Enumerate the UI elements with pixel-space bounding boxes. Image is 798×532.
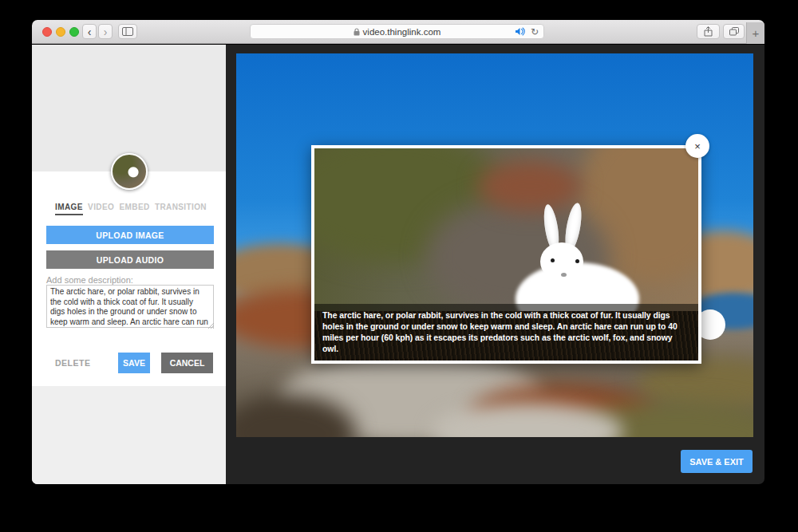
editor-sidebar: IMAGE VIDEO EMBED TRANSITION UPLOAD IMAG…: [32, 45, 226, 484]
browser-window: ‹ › video.thinglink.com ↻: [32, 20, 764, 484]
sidebar-footer-band: [32, 386, 226, 484]
tab-embed[interactable]: EMBED: [119, 203, 149, 215]
back-button[interactable]: ‹: [82, 24, 97, 39]
video-frame: The arctic hare, or polar rabbit, surviv…: [236, 53, 753, 437]
page-content: IMAGE VIDEO EMBED TRANSITION UPLOAD IMAG…: [32, 45, 764, 484]
annotation-photo: The arctic hare, or polar rabbit, surviv…: [314, 148, 698, 361]
editor-stage-panel: The arctic hare, or polar rabbit, surviv…: [226, 45, 764, 484]
window-minimize-button[interactable]: [56, 27, 65, 37]
close-annotation-button[interactable]: ×: [685, 134, 709, 158]
annotation-caption: The arctic hare, or polar rabbit, surviv…: [314, 304, 698, 361]
address-bar[interactable]: video.thinglink.com ↻: [250, 24, 544, 39]
save-and-exit-button[interactable]: SAVE & EXIT: [681, 450, 753, 473]
sidebar-toggle-icon: [122, 27, 133, 36]
share-icon: [704, 26, 713, 37]
annotation-popup: The arctic hare, or polar rabbit, surviv…: [311, 145, 701, 364]
reload-icon[interactable]: ↻: [531, 26, 539, 37]
description-textarea[interactable]: The arctic hare, or polar rabbit, surviv…: [46, 285, 214, 328]
save-button[interactable]: SAVE: [118, 353, 150, 373]
tabs-icon: [729, 27, 739, 36]
browser-toolbar: ‹ › video.thinglink.com ↻: [32, 20, 764, 44]
tab-overview-button[interactable]: [723, 24, 745, 39]
forward-button[interactable]: ›: [98, 24, 113, 39]
media-type-tabs: IMAGE VIDEO EMBED TRANSITION: [55, 203, 207, 215]
upload-audio-button[interactable]: UPLOAD AUDIO: [46, 250, 214, 269]
sidebar-toggle-button[interactable]: [118, 24, 137, 39]
share-button[interactable]: [697, 24, 720, 39]
lock-icon: [354, 28, 360, 36]
window-zoom-button[interactable]: [69, 27, 79, 37]
arctic-hare-eye: [575, 259, 579, 263]
tab-video[interactable]: VIDEO: [88, 203, 114, 215]
arctic-hare-nose: [561, 273, 567, 277]
delete-button[interactable]: DELETE: [55, 358, 90, 368]
tab-image[interactable]: IMAGE: [55, 203, 83, 215]
new-tab-button[interactable]: +: [746, 22, 764, 44]
window-close-button[interactable]: [42, 27, 52, 37]
cancel-button[interactable]: CANCEL: [161, 353, 213, 373]
tab-transition[interactable]: TRANSITION: [155, 203, 207, 215]
description-label: Add some description:: [46, 275, 133, 285]
url-text: video.thinglink.com: [363, 27, 441, 37]
upload-image-button[interactable]: UPLOAD IMAGE: [46, 226, 214, 244]
media-thumbnail: [111, 153, 148, 190]
textarea-resize-handle[interactable]: [208, 323, 214, 329]
audio-speaker-icon[interactable]: [516, 27, 526, 36]
arctic-hare-eye: [551, 258, 555, 262]
photo-texture-blob: [478, 160, 582, 212]
action-button-row: DELETE SAVE CANCEL: [46, 353, 214, 373]
